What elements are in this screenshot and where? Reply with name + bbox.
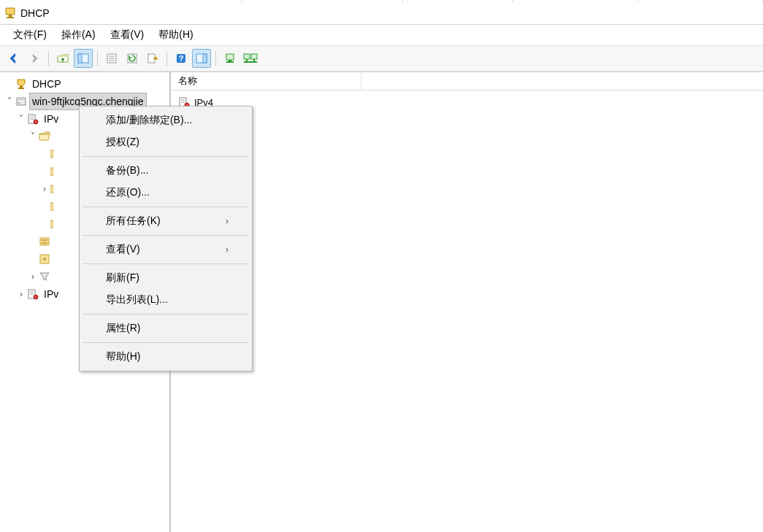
svg-rect-15 (226, 54, 234, 60)
list-pane: 名称 IPv4 (171, 72, 763, 532)
menu-file[interactable]: 文件(F) (6, 26, 54, 45)
expand-collapse-icon[interactable]: ˅ (16, 111, 26, 127)
svg-rect-39 (42, 242, 47, 244)
svg-rect-38 (42, 239, 47, 241)
column-name[interactable]: 名称 (171, 72, 361, 90)
ctx-label: 授权(Z) (106, 136, 139, 149)
tree-root-label: DHCP (29, 75, 64, 93)
svg-rect-37 (40, 238, 49, 245)
menu-action[interactable]: 操作(A) (54, 26, 103, 45)
server-node-icon (26, 288, 39, 300)
properties-button[interactable] (102, 49, 121, 68)
export-list-button[interactable] (143, 49, 162, 68)
ctx-separator (83, 207, 249, 207)
filter-icon (38, 271, 51, 282)
toolbar-sep (215, 51, 216, 66)
ctx-label: 备份(B)... (106, 164, 148, 177)
svg-point-41 (43, 258, 46, 261)
folder-open-icon (38, 131, 51, 142)
ctx-backup[interactable]: 备份(B)... (81, 160, 250, 182)
chevron-right-icon: › (226, 244, 229, 255)
policies-icon (38, 253, 51, 265)
menu-view[interactable]: 查看(V) (103, 26, 152, 45)
toolbar-sep (97, 51, 98, 66)
nav-forward-button[interactable] (25, 49, 44, 68)
ctx-separator (83, 156, 249, 157)
svg-rect-2 (7, 17, 14, 18)
ctx-label: 导出列表(L)... (106, 293, 168, 307)
svg-rect-20 (244, 61, 257, 63)
svg-rect-14 (203, 54, 207, 63)
ctx-authorize[interactable]: 授权(Z) (81, 131, 250, 153)
ctx-label: 还原(O)... (106, 186, 150, 199)
ctx-separator (83, 342, 249, 343)
svg-rect-19 (251, 54, 257, 59)
title-bar: DHCP (0, 2, 763, 25)
ctx-separator (83, 314, 249, 315)
svg-point-45 (34, 295, 38, 299)
svg-rect-18 (244, 54, 250, 59)
list-header[interactable]: 名称 (171, 72, 763, 90)
item-stub-icon (50, 183, 54, 195)
svg-rect-35 (50, 203, 53, 210)
toolbar: ? (0, 45, 763, 72)
ctx-label: 所有任务(K) (106, 215, 161, 228)
svg-rect-4 (78, 54, 82, 63)
options-icon (38, 236, 51, 247)
ctx-label: 刷新(F) (106, 271, 139, 285)
add-server-button[interactable] (221, 49, 239, 68)
svg-rect-16 (229, 60, 231, 61)
expand-collapse-icon[interactable]: ˅ (4, 93, 15, 109)
ctx-export-list[interactable]: 导出列表(L)... (81, 289, 250, 311)
expand-collapse-icon[interactable]: › (39, 181, 50, 197)
svg-rect-0 (6, 8, 15, 15)
dhcp-icon (4, 7, 16, 19)
tree-root-dhcp[interactable]: DHCP (1, 75, 168, 93)
server-icon (15, 96, 28, 107)
svg-rect-17 (226, 61, 234, 63)
svg-rect-1 (9, 15, 12, 17)
svg-rect-21 (246, 59, 248, 61)
list-row[interactable]: IPv4 (175, 93, 759, 111)
refresh-button[interactable] (123, 49, 142, 68)
ctx-help[interactable]: 帮助(H) (81, 346, 250, 368)
folder-up-button[interactable] (53, 49, 72, 68)
ctx-label: 查看(V) (106, 243, 140, 256)
server-node-icon (26, 113, 39, 125)
svg-point-27 (18, 102, 20, 104)
svg-rect-33 (50, 168, 53, 175)
tree-ipv6-label: IPv (41, 285, 61, 303)
ctx-restore[interactable]: 还原(O)... (81, 182, 250, 204)
ctx-all-tasks[interactable]: 所有任务(K)› (81, 210, 250, 232)
ctx-add-remove-bindings[interactable]: 添加/删除绑定(B)... (81, 109, 250, 131)
ctx-label: 帮助(H) (106, 350, 140, 363)
menu-help[interactable]: 帮助(H) (151, 26, 200, 45)
nav-back-button[interactable] (4, 49, 23, 68)
context-menu: 添加/删除绑定(B)... 授权(Z) 备份(B)... 还原(O)... 所有… (79, 106, 253, 371)
svg-rect-26 (17, 98, 26, 100)
ctx-separator (83, 235, 249, 236)
show-hide-tree-button[interactable] (74, 49, 93, 68)
svg-rect-24 (18, 88, 24, 89)
toolbar-sep (166, 51, 167, 66)
expand-collapse-icon[interactable]: › (28, 269, 38, 285)
svg-point-31 (34, 120, 38, 124)
svg-rect-23 (20, 86, 23, 88)
expand-collapse-icon[interactable]: ˅ (28, 128, 38, 144)
help-button[interactable]: ? (172, 49, 191, 68)
item-stub-icon (50, 201, 54, 212)
list-body[interactable]: IPv4 (171, 90, 763, 532)
svg-rect-36 (50, 220, 53, 228)
chevron-right-icon: › (226, 216, 229, 226)
expand-collapse-icon[interactable]: › (16, 286, 26, 302)
show-hide-action-pane-button[interactable] (192, 49, 211, 68)
svg-rect-32 (50, 150, 53, 158)
ctx-view[interactable]: 查看(V)› (81, 239, 250, 261)
svg-rect-34 (50, 185, 53, 193)
ctx-properties[interactable]: 属性(R) (81, 317, 250, 339)
manage-auth-button[interactable] (241, 49, 260, 68)
window-title: DHCP (20, 7, 50, 19)
svg-rect-22 (253, 59, 255, 61)
ctx-refresh[interactable]: 刷新(F) (81, 267, 250, 289)
svg-text:?: ? (179, 54, 184, 63)
